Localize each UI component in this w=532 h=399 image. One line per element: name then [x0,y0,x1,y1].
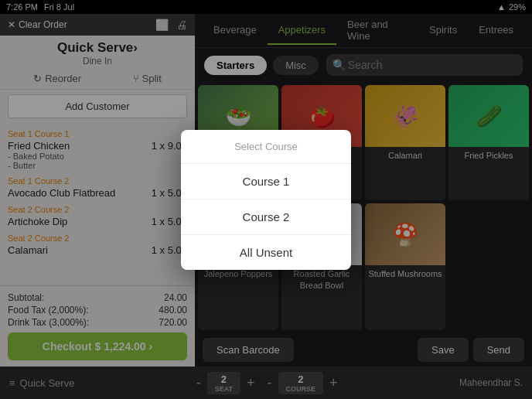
modal-option[interactable]: Course 2 [181,200,351,235]
modal-option[interactable]: All Unsent [181,235,351,270]
modal-header: Select Course [181,130,351,164]
modal-box: Select Course Course 1Course 2All Unsent [181,130,351,270]
modal-options: Course 1Course 2All Unsent [181,164,351,270]
modal-overlay[interactable]: Select Course Course 1Course 2All Unsent [0,0,532,399]
modal-option[interactable]: Course 1 [181,164,351,200]
